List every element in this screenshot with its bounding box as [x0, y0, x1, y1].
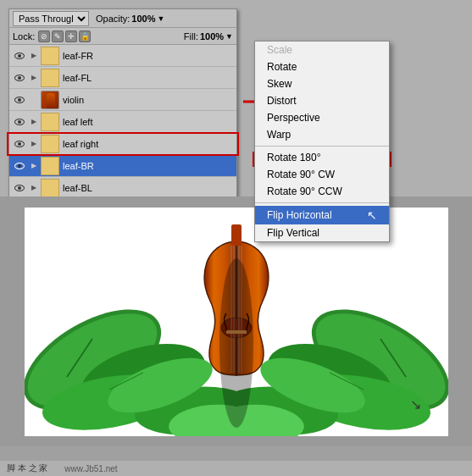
menu-item-distort[interactable]: Distort — [255, 92, 389, 109]
fill-label: Fill: — [184, 31, 198, 42]
layer-name-leaf-left: leaf left — [63, 117, 233, 127]
cursor: ↘ — [410, 396, 421, 412]
layer-name-leaf-right: leaf right — [63, 139, 233, 149]
layer-name-leaf-bl: leaf-BL — [63, 183, 233, 193]
layer-row-leaf-fl[interactable]: ▶ leaf-FL — [9, 67, 236, 89]
canvas-area: ↘ — [0, 196, 472, 446]
layers-header: Pass Through Normal Multiply Opacity: 10… — [9, 9, 236, 28]
watermark-strip: 脚 本 之 家 www.Jb51.net — [0, 461, 472, 476]
blend-mode-select[interactable]: Pass Through Normal Multiply — [13, 11, 89, 26]
context-menu: Scale Rotate Skew Distort Perspective Wa… — [254, 41, 390, 242]
expand-icon-leaf-left[interactable]: ▶ — [29, 117, 39, 127]
svg-rect-30 — [231, 224, 242, 246]
layer-row-leaf-fr[interactable]: ▶ leaf-FR — [9, 45, 236, 67]
expand-icon-leaf-fl[interactable]: ▶ — [29, 73, 39, 83]
menu-divider-2 — [255, 202, 389, 203]
layer-name-leaf-fl: leaf-FL — [63, 73, 233, 83]
expand-icon-leaf-right[interactable]: ▶ — [29, 139, 39, 149]
layer-name-leaf-fr: leaf-FR — [63, 51, 233, 61]
visibility-icon-violin[interactable] — [13, 93, 26, 107]
top-area: Pass Through Normal Multiply Opacity: 10… — [0, 0, 472, 199]
flip-horizontal-label: Flip Horizontal — [267, 209, 332, 221]
thumb-violin — [41, 91, 59, 109]
watermark: www.Jb51.net — [64, 464, 117, 473]
fill-value: 100% — [200, 31, 224, 42]
thumb-leaf-fl — [41, 69, 59, 87]
layer-row-leaf-left[interactable]: ▶ leaf left — [9, 111, 236, 133]
expand-icon-violin[interactable] — [29, 95, 39, 105]
menu-item-warp[interactable]: Warp — [255, 126, 389, 143]
main-container: Pass Through Normal Multiply Opacity: 10… — [0, 0, 472, 476]
menu-item-skew[interactable]: Skew — [255, 75, 389, 92]
layers-panel: Pass Through Normal Multiply Opacity: 10… — [8, 8, 237, 222]
svg-point-31 — [219, 258, 253, 428]
visibility-icon-leaf-right[interactable] — [13, 137, 26, 151]
layer-row-leaf-br[interactable]: ▶ leaf-BR — [9, 155, 236, 177]
lock-transparency-icon[interactable]: ⊘ — [38, 30, 50, 42]
thumb-leaf-fr — [41, 47, 59, 65]
opacity-label: Opacity: — [96, 14, 130, 24]
menu-item-rotate[interactable]: Rotate — [255, 58, 389, 75]
layers-lock-row: Lock: ⊘ ✎ ✛ 🔒 Fill: 100% ▼ — [9, 28, 236, 45]
menu-divider-1 — [255, 146, 389, 147]
visibility-icon-leaf-fr[interactable] — [13, 49, 26, 63]
layer-name-violin: violin — [63, 95, 233, 105]
thumb-leaf-left — [41, 113, 59, 131]
fill-arrow: ▼ — [225, 32, 233, 41]
expand-icon-leaf-bl[interactable]: ▶ — [29, 183, 39, 193]
expand-icon-leaf-fr[interactable]: ▶ — [29, 51, 39, 61]
menu-item-scale[interactable]: Scale — [255, 42, 389, 58]
menu-item-rotate-90cw[interactable]: Rotate 90° CW — [255, 166, 389, 183]
lock-all-icon[interactable]: 🔒 — [79, 30, 91, 42]
layer-row-leaf-right[interactable]: ▶ leaf right — [9, 133, 236, 155]
cursor-in-menu: ↖ — [367, 208, 377, 222]
site-label: 脚 本 之 家 — [7, 462, 47, 474]
lock-label: Lock: — [13, 31, 35, 42]
lock-position-icon[interactable]: ✛ — [65, 30, 77, 42]
visibility-icon-leaf-bl[interactable] — [13, 181, 26, 195]
opacity-arrow: ▼ — [158, 14, 165, 23]
lock-image-icon[interactable]: ✎ — [52, 30, 64, 42]
visibility-icon-leaf-br[interactable] — [13, 159, 26, 173]
menu-item-flip-vertical[interactable]: Flip Vertical — [255, 224, 389, 241]
menu-item-rotate-180[interactable]: Rotate 180° — [255, 149, 389, 166]
menu-item-flip-horizontal[interactable]: Flip Horizontal ↖ — [255, 206, 389, 224]
expand-icon-leaf-br[interactable]: ▶ — [29, 161, 39, 171]
thumb-leaf-right — [41, 135, 59, 153]
visibility-icon-leaf-fl[interactable] — [13, 71, 26, 85]
thumb-leaf-bl — [41, 179, 59, 197]
menu-item-perspective[interactable]: Perspective — [255, 109, 389, 126]
thumb-leaf-br — [41, 157, 59, 175]
layer-row-violin[interactable]: violin — [9, 89, 236, 111]
menu-item-rotate-90ccw[interactable]: Rotate 90° CCW — [255, 183, 389, 200]
visibility-icon-leaf-left[interactable] — [13, 115, 26, 129]
layer-name-leaf-br: leaf-BR — [63, 161, 233, 171]
opacity-value: 100% — [131, 14, 155, 24]
